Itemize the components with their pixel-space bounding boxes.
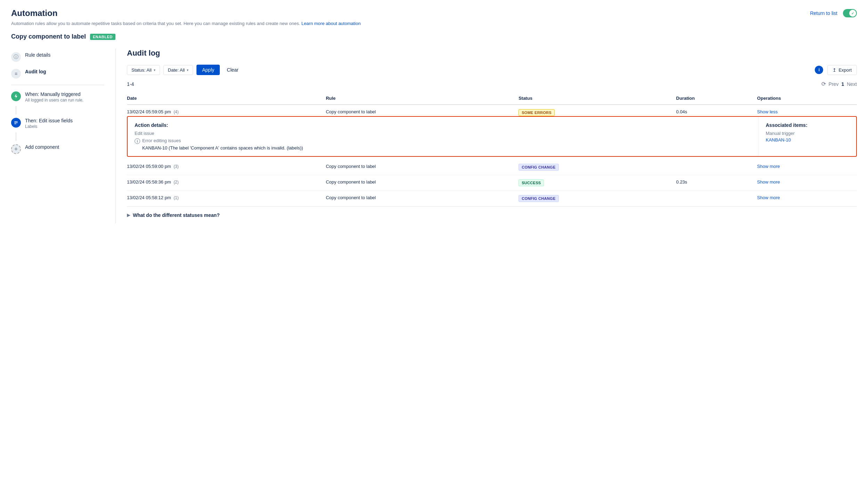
show-more-button-2[interactable]: Show more: [757, 179, 780, 185]
content-title: Audit log: [127, 49, 857, 58]
table-row: 13/02/24 05:59:00 pm (3) Copy component …: [127, 160, 857, 175]
audit-table: Date Rule Status Duration Operations 13/…: [127, 93, 857, 206]
date-filter[interactable]: Date: All ▾: [163, 65, 193, 75]
col-date: Date: [127, 93, 326, 105]
pagination-controls: ⟳ Prev 1 Next: [821, 81, 857, 87]
status-badge-config-2: CONFIG CHANGE: [519, 195, 558, 202]
row4-count: (1): [174, 195, 179, 200]
row1-date: 13/02/24 05:59:05 pm (4): [127, 105, 326, 116]
error-label: Error editing issues: [142, 138, 181, 143]
svg-rect-0: [14, 121, 18, 122]
row1-rule: Copy component to label: [326, 105, 519, 116]
export-upload-icon: ↥: [833, 67, 836, 73]
sidebar-sublabel-trigger: All logged in users can run rule.: [25, 98, 83, 103]
add-icon: +: [11, 144, 21, 154]
row3-duration: 0.23s: [676, 175, 757, 191]
sidebar: ⓘ Rule details ≡ Audit log When: Manuall…: [11, 49, 115, 224]
sidebar-item-action[interactable]: Then: Edit issue fields Labels: [11, 114, 104, 132]
row4-date: 13/02/24 05:58:12 pm (1): [127, 191, 326, 206]
svg-rect-2: [14, 124, 16, 124]
faq-label: What do the different statuses mean?: [133, 212, 220, 218]
row1-duration: 0.04s: [676, 105, 757, 116]
table-row: 13/02/24 05:58:36 pm (2) Copy component …: [127, 175, 857, 191]
status-filter[interactable]: Status: All ▾: [127, 65, 160, 75]
date-filter-label: Date: All: [168, 67, 185, 73]
status-badge-errors: SOME ERRORS: [519, 109, 555, 116]
row2-status: CONFIG CHANGE: [519, 160, 676, 175]
status-filter-label: Status: All: [131, 67, 152, 73]
row4-rule: Copy component to label: [326, 191, 519, 206]
detail-inner: Action details: Edit issue i Error editi…: [128, 117, 856, 156]
show-more-button-3[interactable]: Show more: [757, 195, 780, 200]
faq-chevron-icon: ▶: [127, 213, 130, 218]
export-label: Export: [838, 67, 852, 73]
main-layout: ⓘ Rule details ≡ Audit log When: Manuall…: [11, 49, 857, 224]
apply-button[interactable]: Apply: [196, 65, 220, 75]
prev-button[interactable]: Prev: [829, 81, 839, 87]
col-operations: Operations: [757, 93, 857, 105]
row1-count: (4): [174, 109, 179, 114]
detail-cell: Action details: Edit issue i Error editi…: [127, 116, 857, 160]
row3-date: 13/02/24 05:58:36 pm (2): [127, 175, 326, 191]
kanban-link[interactable]: KANBAN-10: [766, 137, 791, 143]
date-filter-chevron: ▾: [187, 68, 188, 72]
row4-op: Show more: [757, 191, 857, 206]
sidebar-item-rule-details[interactable]: ⓘ Rule details: [11, 49, 104, 65]
sidebar-label-audit-log: Audit log: [25, 69, 46, 74]
detail-action: Action details: Edit issue i Error editi…: [128, 117, 759, 156]
associated-trigger: Manual trigger: [766, 131, 849, 136]
connector-line-2: [16, 132, 16, 141]
content-area: Audit log Status: All ▾ Date: All ▾ Appl…: [115, 49, 857, 224]
show-more-button-1[interactable]: Show more: [757, 164, 780, 169]
learn-more-link[interactable]: Learn more about automation: [302, 21, 361, 26]
return-to-list-link[interactable]: Return to list: [810, 10, 837, 16]
info-icon: ⓘ: [11, 52, 21, 62]
sidebar-divider: [11, 85, 104, 85]
clear-button[interactable]: Clear: [223, 65, 242, 75]
connector-line-1: [16, 106, 16, 114]
error-info-icon: i: [135, 138, 140, 144]
row4-status: CONFIG CHANGE: [519, 191, 676, 206]
sidebar-item-trigger[interactable]: When: Manually triggered All logged in u…: [11, 88, 104, 106]
row2-count: (3): [174, 164, 179, 169]
record-count: 1-4: [127, 81, 134, 87]
col-status: Status: [519, 93, 676, 105]
top-bar: Automation Return to list ✓: [11, 8, 857, 18]
sidebar-label-add-component: Add component: [25, 144, 59, 150]
sidebar-item-audit-log[interactable]: ≡ Audit log: [11, 65, 104, 82]
action-subtitle: Edit issue: [135, 131, 752, 136]
svg-rect-1: [14, 122, 18, 123]
table-row: 13/02/24 05:58:12 pm (1) Copy component …: [127, 191, 857, 206]
error-message: KANBAN-10 (The label 'Component A' conta…: [142, 145, 752, 151]
row2-date: 13/02/24 05:59:00 pm (3): [127, 160, 326, 175]
row3-count: (2): [174, 180, 179, 185]
show-less-button[interactable]: Show less: [757, 109, 778, 114]
app-title: Automation: [11, 8, 57, 18]
detail-associated: Associated items: Manual trigger KANBAN-…: [759, 117, 856, 156]
row2-rule: Copy component to label: [326, 160, 519, 175]
col-duration: Duration: [676, 93, 757, 105]
page-number: 1: [841, 81, 844, 87]
toggle-knob: ✓: [849, 10, 856, 17]
row2-duration: [676, 160, 757, 175]
status-badge-config-1: CONFIG CHANGE: [519, 164, 558, 171]
status-filter-chevron: ▾: [154, 68, 155, 72]
sidebar-sublabel-action: Labels: [25, 124, 73, 129]
error-info: i Error editing issues: [135, 138, 752, 144]
sidebar-item-add-component[interactable]: + Add component: [11, 141, 104, 157]
faq-row[interactable]: ▶ What do the different statuses mean?: [127, 206, 857, 224]
row4-duration: [676, 191, 757, 206]
action-icon: [11, 118, 21, 128]
rule-title: Copy component to label: [11, 33, 86, 40]
table-row: 13/02/24 05:59:05 pm (4) Copy component …: [127, 105, 857, 116]
next-button[interactable]: Next: [847, 81, 857, 87]
toggle-check-icon: ✓: [851, 11, 854, 15]
list-icon: ≡: [11, 69, 21, 79]
enabled-badge: ENABLED: [90, 34, 115, 40]
info-icon-button[interactable]: i: [815, 66, 823, 74]
sidebar-label-action: Then: Edit issue fields: [25, 118, 73, 123]
sidebar-label-rule-details: Rule details: [25, 52, 50, 58]
automation-toggle[interactable]: ✓: [843, 9, 857, 17]
export-button[interactable]: ↥ Export: [827, 65, 857, 75]
refresh-icon[interactable]: ⟳: [821, 81, 826, 87]
